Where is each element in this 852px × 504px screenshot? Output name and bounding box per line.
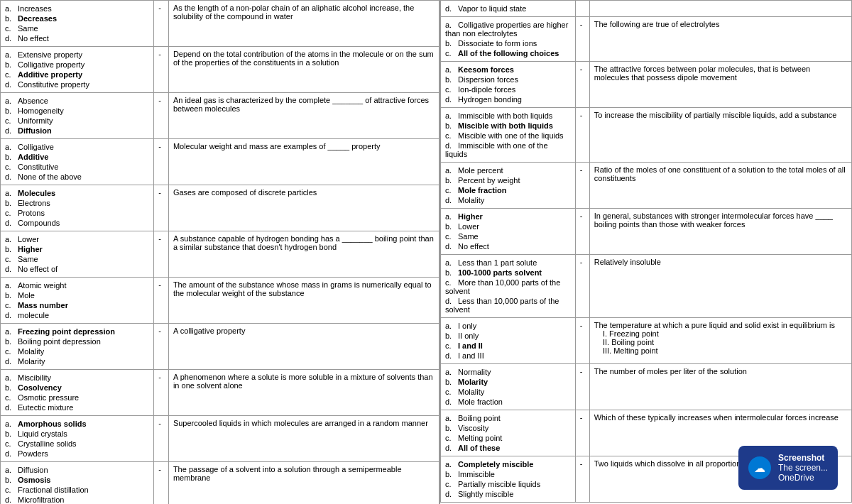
dash-cell: -: [154, 278, 169, 324]
choices-cell: a.Completely miscibleb.Immisciblec.Parti…: [441, 456, 576, 503]
description-cell: Molecular weight and mass are examples o…: [168, 139, 439, 185]
table-row: a.Colligativeb.Additivec.Constitutived.N…: [1, 139, 439, 185]
list-item: a.Absence: [5, 96, 149, 106]
list-item: a.Increases: [5, 4, 149, 13]
list-item: a.Mole percent: [445, 165, 571, 175]
list-item: b.Additive: [5, 152, 149, 162]
description-cell: The following are true of electrolytes: [589, 17, 851, 62]
list-item: c.Miscible with one of the liquids: [445, 131, 571, 141]
list-item: d.Molality: [445, 195, 571, 205]
list-item: c.Osmotic pressure: [5, 393, 149, 402]
list-item: a.Normality: [445, 367, 571, 377]
table-row: a.Moleculesb.Electronsc.Protonsd.Compoun…: [1, 185, 439, 231]
list-item: b.Colligative property: [5, 60, 149, 70]
table-row: a.Normalityb.Molarityc.Molalityd.Mole fr…: [441, 364, 852, 410]
list-item: d.Immiscible with one of the liquids: [445, 141, 571, 159]
description-cell: Depend on the total contribution of the …: [168, 47, 439, 93]
list-item: a.Atomic weight: [5, 280, 149, 290]
list-item: d.None of the above: [5, 172, 149, 182]
list-item: c.Ion-dipole forces: [445, 84, 571, 94]
list-item: c.Fractional distillation: [5, 485, 149, 495]
list-item: c.Partially miscible liquids: [445, 479, 571, 489]
choices-cell: a.Amorphous solidsb.Liquid crystalsc.Cry…: [1, 416, 154, 462]
description-cell: Gases are composed of discrete particles: [168, 185, 439, 231]
list-item: b.Dissociate to form ions: [445, 38, 571, 48]
onedrive-icon: ☁: [748, 456, 771, 479]
description-cell: Supercooled liquids in which molecules a…: [168, 416, 439, 462]
list-item: d.Powders: [5, 449, 149, 459]
choices-cell: a.Colligativeb.Additivec.Constitutived.N…: [1, 139, 154, 185]
choices-cell: a.Immiscible with both liquidsb.Miscible…: [441, 108, 576, 163]
table-row: a.Absenceb.Homogeneityc.Uniformityd.Diff…: [1, 93, 439, 139]
dash-cell: -: [154, 1, 169, 47]
list-item: d.No effect: [445, 241, 571, 251]
list-item: c.Crystalline solids: [5, 439, 149, 449]
choices-cell: a.Atomic weightb.Molec.Mass numberd.mole…: [1, 278, 154, 324]
choices-cell: a.Freezing point depressionb.Boiling poi…: [1, 324, 154, 370]
description-cell: The temperature at which a pure liquid a…: [589, 318, 851, 364]
list-item: b.Immiscible: [445, 469, 571, 479]
dash-cell: -: [575, 62, 589, 108]
description-cell: To increase the miscibility of partially…: [589, 108, 851, 163]
choices-cell: a.Higherb.Lowerc.Samed.No effect: [441, 209, 576, 255]
list-item: a.Molecules: [5, 188, 149, 198]
choices-cell: a.Mole percentb.Percent by weightc.Mole …: [441, 163, 576, 209]
dash-cell: -: [575, 209, 589, 255]
overlay-text: Screenshot The screen... OneDrive: [778, 453, 828, 483]
table-row: a.Extensive propertyb.Colligative proper…: [1, 47, 439, 93]
right-table: d.Vapor to liquid statea.Colligative pro…: [440, 0, 852, 503]
dash-cell: -: [154, 93, 169, 139]
list-item: a.I only: [445, 321, 571, 331]
description-cell: The number of moles per liter of the sol…: [589, 364, 851, 410]
list-item: a.Boiling point: [445, 413, 571, 423]
dash-cell: -: [575, 410, 589, 456]
description-cell: The amount of the substance whose mass i…: [168, 278, 439, 324]
choices-cell: a.Boiling pointb.Viscosityc.Melting poin…: [441, 410, 576, 456]
table-row: a.Diffusionb.Osmosisc.Fractional distill…: [1, 462, 439, 505]
overlay-subtitle: The screen...: [778, 463, 828, 473]
table-row: a.Miscibilityb.Cosolvencyc.Osmotic press…: [1, 370, 439, 416]
choices-cell: a.Keesom forcesb.Dispersion forcesc.Ion-…: [441, 62, 576, 108]
list-item: d.Vapor to liquid state: [445, 4, 571, 13]
left-table: a.Increasesb.Decreasesc.Samed.No effect-…: [0, 0, 439, 504]
choices-cell: a.Normalityb.Molarityc.Molalityd.Mole fr…: [441, 364, 576, 410]
choices-cell: a.Increasesb.Decreasesc.Samed.No effect: [1, 1, 154, 47]
table-row: a.Higherb.Lowerc.Samed.No effect-In gene…: [441, 209, 852, 255]
table-row: a.Lowerb.Higherc.Samed.No effect of-A su…: [1, 231, 439, 278]
table-row: a.Amorphous solidsb.Liquid crystalsc.Cry…: [1, 416, 439, 462]
list-item: d.Slightly miscible: [445, 489, 571, 499]
table-row: a.Less than 1 part soluteb.100-1000 part…: [441, 255, 852, 318]
choices-cell: a.Miscibilityb.Cosolvencyc.Osmotic press…: [1, 370, 154, 416]
choices-cell: a.Moleculesb.Electronsc.Protonsd.Compoun…: [1, 185, 154, 231]
list-item: d.Constitutive property: [5, 80, 149, 89]
description-cell: Ratio of the moles of one constituent of…: [589, 163, 851, 209]
list-item: d.Hydrogen bonding: [445, 94, 571, 104]
list-item: c.Molality: [5, 346, 149, 356]
list-item: a.Immiscible with both liquids: [445, 111, 571, 121]
list-item: b.Dispersion forces: [445, 75, 571, 84]
description-cell: An ideal gas is characterized by the com…: [168, 93, 439, 139]
table-row: a.I onlyb.II onlyc.I and IId.I and III-T…: [441, 318, 852, 364]
list-item: b.Percent by weight: [445, 175, 571, 185]
list-item: c.Uniformity: [5, 116, 149, 126]
list-item: b.Osmosis: [5, 475, 149, 485]
list-item: d.Compounds: [5, 218, 149, 228]
table-row: a.Increasesb.Decreasesc.Samed.No effect-…: [1, 1, 439, 47]
choices-cell: a.I onlyb.II onlyc.I and IId.I and III: [441, 318, 576, 364]
dash-cell: -: [575, 364, 589, 410]
dash-cell: -: [154, 47, 169, 93]
list-item: c.All of the following choices: [445, 48, 571, 58]
dash-cell: -: [154, 231, 169, 278]
list-item: a.Colligative: [5, 142, 149, 152]
dash-cell: [575, 1, 589, 17]
dash-cell: -: [154, 185, 169, 231]
table-row: a.Keesom forcesb.Dispersion forcesc.Ion-…: [441, 62, 852, 108]
choices-cell: a.Extensive propertyb.Colligative proper…: [1, 47, 154, 93]
list-item: d.I and III: [445, 351, 571, 361]
choices-cell: d.Vapor to liquid state: [441, 1, 576, 17]
list-item: b.II only: [445, 331, 571, 341]
list-item: c.Constitutive: [5, 162, 149, 172]
screenshot-overlay[interactable]: ☁ Screenshot The screen... OneDrive: [738, 446, 838, 490]
list-item: a.Diffusion: [5, 465, 149, 475]
dash-cell: -: [575, 163, 589, 209]
